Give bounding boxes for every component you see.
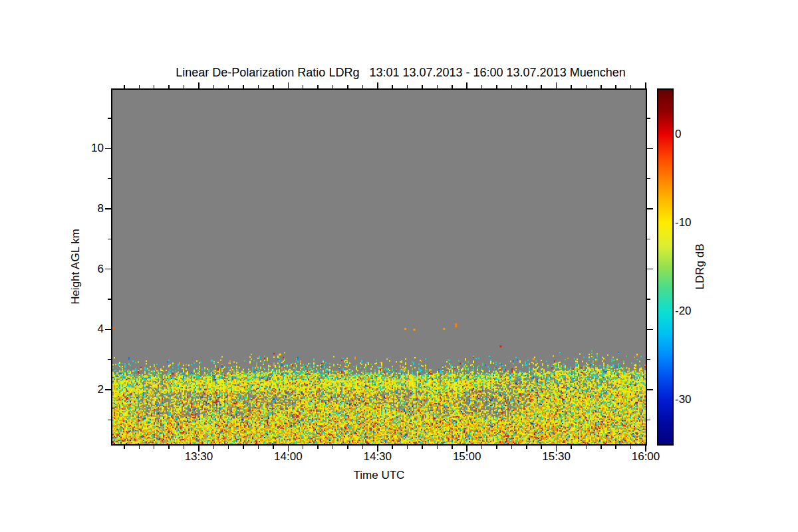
y-axis-minor-tick bbox=[647, 178, 650, 180]
x-axis-minor-tick bbox=[332, 446, 334, 449]
x-axis-major-tick bbox=[645, 82, 646, 88]
y-axis-minor-tick bbox=[108, 359, 111, 360]
x-axis-minor-tick bbox=[600, 85, 602, 88]
x-axis-tick-label: 15:00 bbox=[439, 450, 495, 464]
x-axis-minor-tick bbox=[392, 446, 393, 449]
x-axis-minor-tick bbox=[496, 85, 497, 88]
x-axis-minor-tick bbox=[228, 85, 229, 88]
x-axis-minor-tick bbox=[154, 85, 155, 88]
x-axis-minor-tick bbox=[243, 446, 244, 449]
x-axis-minor-tick bbox=[332, 85, 334, 88]
x-axis-minor-tick bbox=[168, 446, 170, 449]
x-axis-minor-tick bbox=[526, 85, 527, 88]
x-axis-minor-tick bbox=[407, 85, 408, 88]
y-axis-minor-tick bbox=[108, 239, 111, 240]
y-axis-title: Height AGL km bbox=[69, 217, 82, 317]
y-axis-minor-tick bbox=[647, 420, 650, 421]
x-axis-minor-tick bbox=[630, 85, 632, 88]
x-axis-minor-tick bbox=[586, 446, 587, 449]
y-axis-tick-label: 4 bbox=[65, 323, 104, 336]
x-axis-minor-tick bbox=[392, 85, 393, 88]
x-axis-minor-tick bbox=[362, 85, 364, 88]
y-axis-major-tick bbox=[647, 269, 653, 270]
y-axis-major-tick bbox=[647, 208, 653, 209]
x-axis-minor-tick bbox=[258, 85, 259, 88]
x-axis-minor-tick bbox=[347, 85, 348, 88]
y-axis-major-tick bbox=[647, 389, 653, 390]
x-axis-tick-label: 13:30 bbox=[171, 450, 227, 464]
x-axis-minor-tick bbox=[228, 446, 229, 449]
heatmap-canvas bbox=[112, 90, 646, 444]
y-axis-tick-label: 10 bbox=[65, 142, 104, 155]
x-axis-minor-tick bbox=[452, 85, 453, 88]
x-axis-minor-tick bbox=[139, 85, 140, 88]
x-axis-minor-tick bbox=[600, 446, 602, 449]
x-axis-minor-tick bbox=[496, 446, 497, 449]
x-axis-minor-tick bbox=[124, 446, 125, 449]
x-axis-minor-tick bbox=[347, 446, 348, 449]
y-axis-major-tick bbox=[105, 389, 111, 390]
chart-title: Linear De-Polarization Ratio LDRg 13:01 … bbox=[112, 66, 689, 80]
x-axis-minor-tick bbox=[124, 85, 125, 88]
x-axis-major-tick bbox=[377, 82, 378, 88]
x-axis-minor-tick bbox=[481, 446, 483, 449]
x-axis-minor-tick bbox=[154, 446, 155, 449]
x-axis-major-tick bbox=[556, 82, 557, 88]
colorbar-tick-label: -30 bbox=[675, 393, 708, 406]
x-axis-minor-tick bbox=[317, 85, 319, 88]
x-axis-minor-tick bbox=[303, 446, 304, 449]
x-axis-minor-tick bbox=[437, 85, 438, 88]
y-axis-tick-label: 2 bbox=[65, 383, 104, 396]
colorbar-tick-label: 0 bbox=[675, 128, 708, 141]
x-axis-title: Time UTC bbox=[339, 469, 419, 482]
x-axis-minor-tick bbox=[362, 446, 364, 449]
y-axis-minor-tick bbox=[108, 299, 111, 300]
x-axis-minor-tick bbox=[511, 446, 513, 449]
x-axis-minor-tick bbox=[303, 85, 304, 88]
x-axis-minor-tick bbox=[481, 85, 483, 88]
x-axis-minor-tick bbox=[630, 446, 632, 449]
y-axis-major-tick bbox=[647, 148, 653, 150]
y-axis-major-tick bbox=[105, 148, 111, 150]
x-axis-minor-tick bbox=[317, 446, 319, 449]
x-axis-major-tick bbox=[198, 82, 200, 88]
x-axis-minor-tick bbox=[452, 446, 453, 449]
y-axis-major-tick bbox=[105, 329, 111, 331]
x-axis-tick-label: 16:00 bbox=[618, 450, 674, 464]
x-axis-tick-label: 15:30 bbox=[529, 450, 585, 464]
x-axis-minor-tick bbox=[273, 446, 274, 449]
colorbar bbox=[658, 90, 672, 444]
x-axis-minor-tick bbox=[422, 446, 423, 449]
y-axis-minor-tick bbox=[108, 178, 111, 180]
plot-area bbox=[112, 90, 646, 444]
y-axis-major-tick bbox=[647, 329, 653, 331]
x-axis-minor-tick bbox=[615, 85, 616, 88]
y-axis-minor-tick bbox=[647, 359, 650, 360]
x-axis-minor-tick bbox=[184, 446, 185, 449]
y-axis-minor-tick bbox=[647, 239, 650, 240]
x-axis-minor-tick bbox=[437, 446, 438, 449]
x-axis-minor-tick bbox=[213, 446, 215, 449]
x-axis-major-tick bbox=[288, 82, 289, 88]
x-axis-major-tick bbox=[466, 82, 467, 88]
x-axis-minor-tick bbox=[407, 446, 408, 449]
radar-chart-page: Linear De-Polarization Ratio LDRg 13:01 … bbox=[0, 0, 798, 532]
colorbar-title: LDRg dB bbox=[694, 217, 707, 317]
x-axis-minor-tick bbox=[258, 446, 259, 449]
y-axis-minor-tick bbox=[108, 118, 111, 119]
x-axis-minor-tick bbox=[184, 85, 185, 88]
x-axis-minor-tick bbox=[243, 85, 244, 88]
x-axis-minor-tick bbox=[168, 85, 170, 88]
x-axis-minor-tick bbox=[526, 446, 527, 449]
x-axis-minor-tick bbox=[571, 85, 572, 88]
y-axis-major-tick bbox=[105, 208, 111, 209]
y-axis-tick-label: 8 bbox=[65, 202, 104, 215]
x-axis-minor-tick bbox=[139, 446, 140, 449]
x-axis-tick-label: 14:30 bbox=[350, 450, 406, 464]
x-axis-tick-label: 14:00 bbox=[260, 450, 316, 464]
x-axis-minor-tick bbox=[615, 446, 616, 449]
x-axis-minor-tick bbox=[586, 85, 587, 88]
x-axis-minor-tick bbox=[422, 85, 423, 88]
y-axis-minor-tick bbox=[647, 299, 650, 300]
x-axis-minor-tick bbox=[541, 446, 542, 449]
